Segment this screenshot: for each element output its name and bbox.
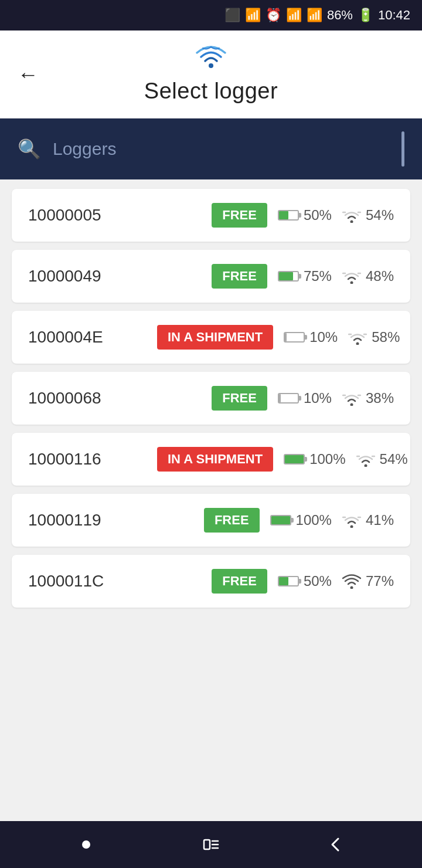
battery-percent: 100%	[309, 451, 345, 467]
signal-percent: 48%	[366, 268, 394, 284]
logger-status: FREE 75% 48%	[157, 264, 394, 289]
battery-percent: 50%	[304, 207, 332, 223]
svg-point-19	[350, 586, 353, 589]
logger-id: 10000049	[28, 267, 157, 286]
battery-fill	[271, 516, 290, 524]
battery-percent: 86%	[327, 8, 353, 23]
wifi-full-icon	[342, 574, 361, 589]
battery-icon	[270, 515, 291, 525]
status-badge: FREE	[212, 203, 267, 228]
list-item[interactable]: 1000011C FREE 50% 77%	[12, 555, 410, 608]
clock-icon: ⏰	[266, 8, 281, 23]
list-item[interactable]: 10000119 FREE 100% 41%	[12, 494, 410, 547]
signal-container: 54%	[342, 207, 394, 223]
wifi-partial-icon	[342, 391, 361, 406]
logger-id: 10000068	[28, 389, 157, 408]
list-item[interactable]: 10000049 FREE 75% 48%	[12, 250, 410, 303]
signal-icon: 📶	[307, 8, 322, 23]
sim-icon: ⬛	[224, 8, 240, 23]
battery-container: 50%	[278, 573, 332, 589]
signal-container: 41%	[342, 512, 394, 528]
back-nav-button[interactable]	[318, 827, 353, 862]
battery-container: 10%	[284, 329, 338, 345]
svg-point-0	[209, 63, 213, 68]
logger-id: 10000119	[28, 511, 157, 530]
bluetooth-icon: 📶	[245, 8, 261, 23]
status-badge: FREE	[204, 508, 260, 533]
logger-status: FREE 50% 54%	[157, 203, 394, 228]
battery-percent: 100%	[296, 512, 332, 528]
logger-status: IN A SHIPMENT 10% 58%	[157, 325, 400, 350]
status-badge: FREE	[212, 386, 267, 411]
battery-percent: 75%	[304, 268, 332, 284]
search-input[interactable]	[53, 139, 390, 159]
signal-percent: 38%	[366, 390, 394, 406]
list-item[interactable]: 10000116 IN A SHIPMENT 100% 54%	[12, 433, 410, 486]
status-badge: IN A SHIPMENT	[157, 447, 273, 472]
svg-point-10	[350, 404, 353, 406]
battery-icon	[278, 393, 299, 404]
signal-percent: 77%	[366, 573, 394, 589]
clock-time: 10:42	[378, 8, 410, 23]
back-nav-icon	[325, 834, 346, 855]
app-logo	[193, 42, 229, 74]
battery-fill	[279, 211, 288, 219]
list-item[interactable]: 1000004E IN A SHIPMENT 10% 58%	[12, 311, 410, 364]
svg-point-4	[350, 282, 353, 284]
battery-fill	[279, 394, 281, 402]
search-icon: 🔍	[18, 138, 41, 160]
signal-percent: 54%	[366, 207, 394, 223]
svg-point-16	[350, 525, 353, 528]
battery-icon	[284, 332, 305, 343]
search-bar: 🔍	[0, 118, 422, 179]
battery-icon	[278, 576, 299, 586]
status-badge: FREE	[212, 569, 267, 594]
battery-container: 75%	[278, 268, 332, 284]
signal-container: 48%	[342, 268, 394, 284]
home-button[interactable]	[69, 827, 104, 862]
signal-percent: 41%	[366, 512, 394, 528]
battery-container: 50%	[278, 207, 332, 223]
signal-percent: 58%	[372, 329, 400, 345]
battery-fill	[279, 577, 288, 585]
status-bar: ⬛ 📶 ⏰ 📶 📶 86% 🔋 10:42	[0, 0, 422, 30]
status-badge: FREE	[212, 264, 267, 289]
signal-container: 54%	[356, 451, 408, 467]
logger-status: IN A SHIPMENT 100% 54%	[157, 447, 408, 472]
list-item[interactable]: 10000068 FREE 10% 38%	[12, 372, 410, 425]
battery-fill	[285, 455, 304, 463]
battery-icon	[284, 454, 305, 464]
home-dot-icon	[82, 840, 90, 849]
status-icons: ⬛ 📶 ⏰ 📶 📶 86% 🔋 10:42	[224, 8, 410, 23]
wifi-partial-icon	[356, 452, 375, 467]
logger-id: 1000011C	[28, 572, 157, 591]
wifi-partial-icon	[342, 513, 361, 528]
wifi-partial-icon	[342, 269, 361, 284]
logger-status: FREE 100% 41%	[157, 508, 394, 533]
back-button[interactable]: ←	[18, 64, 39, 85]
logger-id: 10000005	[28, 206, 157, 225]
battery-container: 10%	[278, 390, 332, 406]
battery-container: 100%	[270, 512, 332, 528]
signal-container: 58%	[348, 329, 400, 345]
header: ← Select logger	[0, 30, 422, 118]
svg-point-7	[356, 343, 359, 345]
logger-id: 1000004E	[28, 328, 157, 347]
signal-percent: 54%	[380, 451, 408, 467]
recent-apps-button[interactable]	[193, 827, 229, 862]
recent-apps-icon	[202, 835, 220, 854]
battery-container: 100%	[284, 451, 345, 467]
battery-icon	[278, 210, 299, 221]
battery-icon: 🔋	[358, 8, 373, 23]
signal-container: 38%	[342, 390, 394, 406]
battery-icon	[278, 271, 299, 282]
status-badge: IN A SHIPMENT	[157, 325, 273, 350]
scroll-indicator	[401, 131, 404, 167]
logger-list: 10000005 FREE 50% 54%	[0, 179, 422, 821]
wifi-partial-icon	[348, 330, 367, 345]
page-title: Select logger	[144, 79, 278, 104]
battery-percent: 50%	[304, 573, 332, 589]
battery-percent: 10%	[309, 329, 338, 345]
list-item[interactable]: 10000005 FREE 50% 54%	[12, 189, 410, 242]
battery-fill	[279, 272, 293, 280]
